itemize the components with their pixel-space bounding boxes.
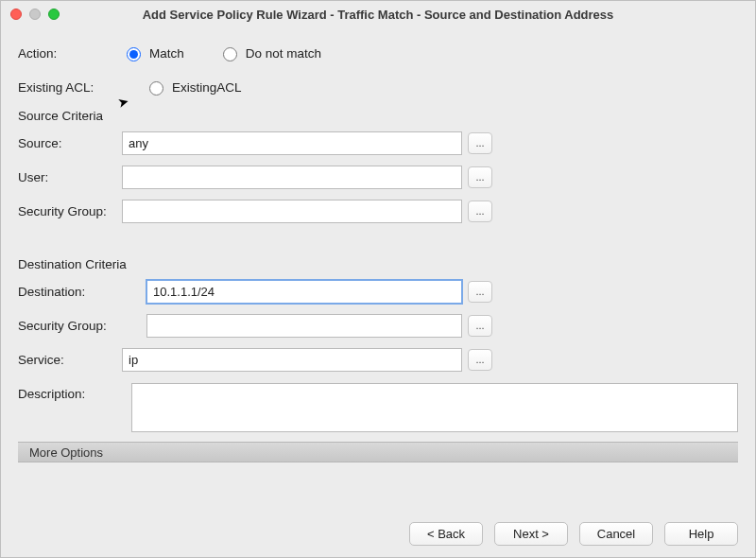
zoom-icon[interactable] <box>48 9 60 20</box>
back-button[interactable]: < Back <box>409 522 483 546</box>
radio-no-match-label: Do not match <box>246 46 321 61</box>
radio-match-label: Match <box>149 46 184 61</box>
next-button[interactable]: Next > <box>494 522 568 546</box>
radio-existing-acl-label: ExistingACL <box>172 80 242 95</box>
user-label: User: <box>18 170 122 184</box>
user-input[interactable] <box>122 166 462 189</box>
close-icon[interactable] <box>10 9 22 20</box>
user-browse-button[interactable]: ... <box>468 166 492 188</box>
destination-row: Destination: ... <box>18 279 738 304</box>
cancel-button[interactable]: Cancel <box>579 522 653 546</box>
dst-secgroup-browse-button[interactable]: ... <box>468 315 492 337</box>
footer-buttons: < Back Next > Cancel Help <box>409 522 738 546</box>
destination-label: Destination: <box>18 285 122 299</box>
dst-secgroup-input[interactable] <box>146 314 462 338</box>
radio-match[interactable]: Match <box>122 44 184 61</box>
more-options-bar[interactable]: More Options <box>18 442 738 462</box>
existing-acl-label: Existing ACL: <box>18 80 122 95</box>
source-browse-button[interactable]: ... <box>468 132 492 154</box>
user-row: User: ... <box>18 165 738 189</box>
window-controls <box>10 9 60 20</box>
wizard-window: Add Service Policy Rule Wizard - Traffic… <box>0 0 756 558</box>
minimize-icon[interactable] <box>29 9 41 20</box>
radio-match-input[interactable] <box>127 47 141 61</box>
help-button[interactable]: Help <box>664 522 738 546</box>
src-secgroup-label: Security Group: <box>18 204 122 218</box>
source-row: Source: ... <box>18 131 738 155</box>
service-label: Service: <box>18 353 122 367</box>
src-secgroup-row: Security Group: ... <box>18 199 738 223</box>
radio-existing-acl-input[interactable] <box>149 81 163 96</box>
destination-input[interactable] <box>146 280 462 304</box>
dst-secgroup-row: Security Group: ... <box>18 313 738 338</box>
description-input[interactable] <box>131 383 738 432</box>
content-area: Action: Match Do not match Existing ACL:… <box>1 27 755 462</box>
source-input[interactable] <box>122 131 462 155</box>
dst-secgroup-label: Security Group: <box>18 319 122 333</box>
destination-criteria-header: Destination Criteria <box>18 257 738 271</box>
src-secgroup-browse-button[interactable]: ... <box>468 201 492 222</box>
src-secgroup-input[interactable] <box>122 200 462 223</box>
service-row: Service: ... <box>18 347 738 372</box>
destination-browse-button[interactable]: ... <box>468 281 492 303</box>
source-criteria-header: Source Criteria <box>18 109 738 123</box>
action-label: Action: <box>18 46 122 61</box>
radio-no-match-input[interactable] <box>223 47 237 61</box>
service-input[interactable] <box>122 348 462 372</box>
service-browse-button[interactable]: ... <box>468 349 492 371</box>
description-row: Description: <box>18 383 738 432</box>
titlebar: Add Service Policy Rule Wizard - Traffic… <box>1 1 755 27</box>
radio-existing-acl[interactable]: ExistingACL <box>145 78 242 96</box>
window-title: Add Service Policy Rule Wizard - Traffic… <box>9 8 747 22</box>
radio-no-match[interactable]: Do not match <box>218 44 321 61</box>
source-label: Source: <box>18 136 122 150</box>
more-options-label: More Options <box>29 445 103 460</box>
description-label: Description: <box>18 383 122 401</box>
action-row: Action: Match Do not match <box>18 41 738 65</box>
